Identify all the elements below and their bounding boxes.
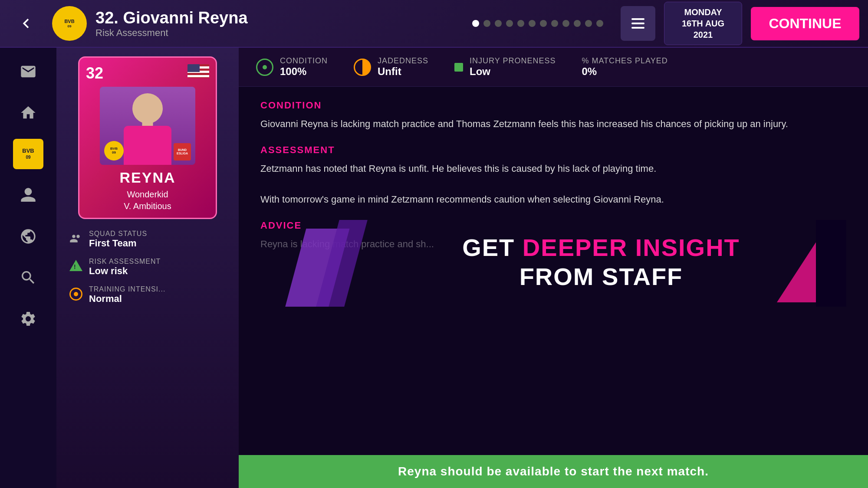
jadedness-label: JADEDNESS	[378, 56, 428, 66]
player-title-group: 32. Giovanni Reyna Risk Assessment	[95, 9, 455, 39]
training-info: TRAINING INTENSI... Normal	[89, 285, 226, 305]
matches-label: % MATCHES PLAYED	[582, 56, 667, 66]
card-traits: Wonderkid V. Ambitious	[86, 190, 209, 211]
player-flag	[187, 64, 209, 78]
menu-button[interactable]	[621, 6, 655, 41]
content-area: CONDITION 100% JADEDNESS Unfit INJURY PR…	[239, 48, 868, 488]
condition-label: CONDITION	[280, 56, 328, 66]
promo-line1: GET DEEPER INSIGHT	[391, 233, 812, 262]
page-subtitle: Risk Assessment	[95, 27, 455, 39]
assessment-section-label: ASSESSMENT	[260, 144, 846, 156]
card-trait-2: V. Ambitious	[124, 201, 171, 211]
dot-3[interactable]	[495, 20, 502, 27]
promo-highlight: DEEPER INSIGHT	[523, 234, 740, 261]
dot-8[interactable]	[551, 20, 558, 27]
continue-button[interactable]: CONTINUE	[751, 7, 859, 40]
nav-settings[interactable]	[13, 304, 43, 334]
jadedness-stat: JADEDNESS Unfit	[354, 56, 428, 78]
nav-club-badge[interactable]: BVB09	[13, 139, 43, 169]
player-stats: SQUAD STATUS First Team RISK ASSESSMENT …	[65, 230, 230, 313]
injury-stat: INJURY PRONENESS Low	[454, 56, 556, 78]
card-club-badge: BVB09	[104, 141, 124, 160]
injury-label: INJURY PRONENESS	[470, 56, 556, 66]
player-card: 32 BVB09 BUNDESLI	[78, 56, 217, 219]
sidebar-nav: BVB09	[0, 48, 56, 488]
dot-7[interactable]	[540, 20, 547, 27]
training-row: TRAINING INTENSI... Normal	[69, 285, 226, 305]
card-photo: BVB09 BUNDESLIGA	[100, 87, 195, 165]
dot-6[interactable]	[529, 20, 536, 27]
injury-value: Low	[470, 66, 556, 78]
condition-value: 100%	[280, 66, 328, 78]
dot-5[interactable]	[517, 20, 524, 27]
squad-status-row: SQUAD STATUS First Team	[69, 230, 226, 249]
risk-info: RISK ASSESSMENT Low risk	[89, 258, 226, 277]
nav-home[interactable]	[13, 98, 43, 128]
condition-stat: CONDITION 100%	[256, 56, 328, 78]
stats-bar: CONDITION 100% JADEDNESS Unfit INJURY PR…	[239, 48, 868, 87]
injury-icon	[454, 63, 463, 72]
injury-text: INJURY PRONENESS Low	[470, 56, 556, 78]
dot-2[interactable]	[483, 20, 490, 27]
player-name: 32. Giovanni Reyna	[95, 9, 455, 27]
assessment-section-text: Zetzmann has noted that Reyna is unfit. …	[260, 161, 846, 207]
jadedness-value: Unfit	[378, 66, 428, 78]
nav-search[interactable]	[13, 262, 43, 293]
condition-icon	[256, 59, 273, 76]
nav-globe[interactable]	[13, 221, 43, 252]
nav-person[interactable]	[13, 180, 43, 210]
condition-section-label: CONDITION	[260, 100, 846, 111]
date-text: MONDAY16TH AUG2021	[673, 7, 733, 40]
report-body: CONDITION Giovanni Reyna is lacking matc…	[239, 87, 868, 455]
matches-value: 0%	[582, 66, 667, 78]
svg-point-0	[263, 65, 267, 69]
dot-12[interactable]	[596, 20, 603, 27]
card-trait-1: Wonderkid	[127, 190, 168, 200]
dot-10[interactable]	[574, 20, 581, 27]
condition-section-text: Giovanni Reyna is lacking match practice…	[260, 116, 846, 131]
squad-status-label: SQUAD STATUS	[89, 230, 226, 238]
card-number: 32	[86, 64, 103, 82]
jadedness-icon	[354, 59, 371, 76]
matches-text: % MATCHES PLAYED 0%	[582, 56, 667, 78]
nav-mail[interactable]	[13, 56, 43, 87]
promo-banner: GET DEEPER INSIGHT FROM STAFF	[391, 233, 812, 291]
date-display: MONDAY16TH AUG2021	[664, 2, 742, 45]
dot-1[interactable]	[472, 20, 479, 27]
card-player-name: REYNA	[86, 169, 209, 186]
matches-stat: % MATCHES PLAYED 0%	[582, 56, 667, 78]
pagination	[472, 20, 603, 27]
dot-11[interactable]	[585, 20, 592, 27]
top-bar: BVB 09 32. Giovanni Reyna Risk Assessmen…	[0, 0, 868, 48]
dark-cover	[816, 220, 846, 307]
main-content: BVB09 32	[0, 48, 868, 488]
card-league-badge: BUNDESLIGA	[174, 143, 191, 160]
risk-label: RISK ASSESSMENT	[89, 258, 226, 265]
training-icon	[69, 288, 82, 301]
player-panel: 32 BVB09 BUNDESLI	[56, 48, 239, 488]
back-button[interactable]	[9, 6, 43, 41]
promo-line2: FROM STAFF	[391, 262, 812, 291]
squad-icon	[69, 232, 82, 245]
risk-assessment-row: RISK ASSESSMENT Low risk	[69, 258, 226, 277]
dot-4[interactable]	[506, 20, 513, 27]
squad-status-value: First Team	[89, 238, 226, 249]
training-label: TRAINING INTENSI...	[89, 285, 226, 293]
dot-9[interactable]	[562, 20, 569, 27]
jadedness-text: JADEDNESS Unfit	[378, 56, 428, 78]
risk-value: Low risk	[89, 265, 226, 277]
condition-text: CONDITION 100%	[280, 56, 328, 78]
bottom-bar: Reyna should be available to start the n…	[239, 455, 868, 488]
risk-icon	[69, 260, 82, 273]
club-logo: BVB 09	[52, 6, 87, 41]
squad-status-info: SQUAD STATUS First Team	[89, 230, 226, 249]
advice-promo-section: ADVICE Reyna is lacking match practice a…	[260, 220, 846, 307]
training-value: Normal	[89, 293, 226, 305]
hamburger-icon	[631, 18, 644, 29]
